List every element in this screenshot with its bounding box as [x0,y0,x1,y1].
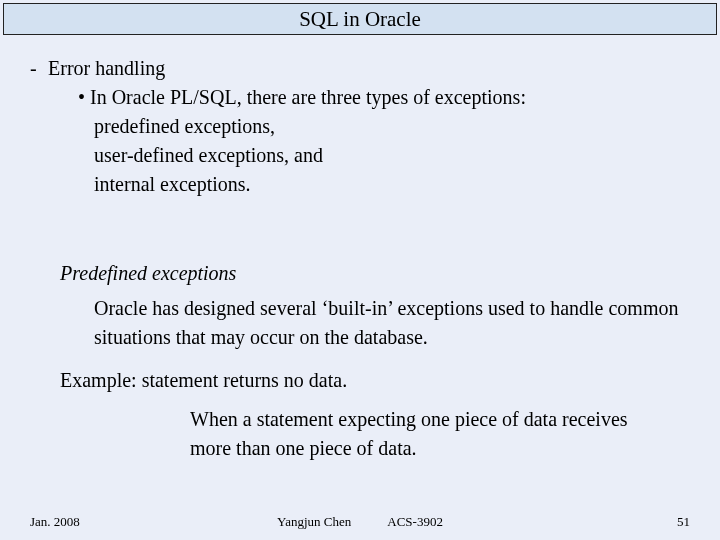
footer-center: Yangjun ChenACS-3902 [30,514,690,530]
footer-course: ACS-3902 [387,514,443,529]
slide-body: - Error handling • In Oracle PL/SQL, the… [30,54,690,463]
sub-bullet: • In Oracle PL/SQL, there are three type… [30,83,690,112]
section-paragraph: Oracle has designed several ‘built-in’ e… [30,294,690,352]
footer-author: Yangjun Chen [277,514,351,529]
footer-date: Jan. 2008 [30,514,80,530]
heading-text: Error handling [48,54,165,83]
slide: SQL in Oracle - Error handling • In Orac… [0,0,720,540]
example-paragraph: When a statement expecting one piece of … [30,405,690,463]
exception-type-3: internal exceptions. [30,170,690,199]
heading-row: - Error handling [30,54,690,83]
dash-bullet: - [30,54,48,83]
exception-type-2: user-defined exceptions, and [30,141,690,170]
footer-page-number: 51 [677,514,690,530]
section-heading: Predefined exceptions [30,259,690,288]
exception-type-1: predefined exceptions, [30,112,690,141]
slide-title: SQL in Oracle [3,3,717,35]
slide-footer: Jan. 2008 Yangjun ChenACS-3902 51 [30,514,690,530]
example-line: Example: statement returns no data. [30,366,690,395]
